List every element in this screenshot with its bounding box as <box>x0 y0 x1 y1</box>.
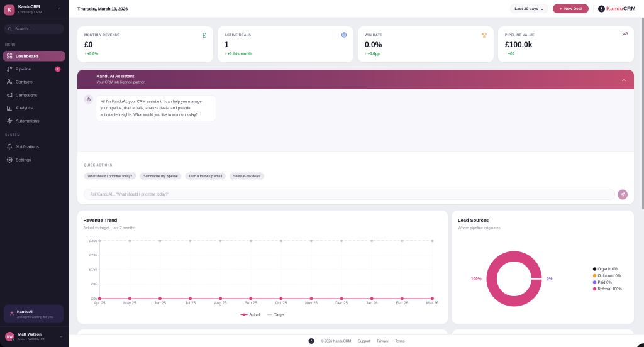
svg-text:Apr 25: Apr 25 <box>94 300 106 305</box>
svg-text:Mar 26: Mar 26 <box>426 300 439 305</box>
svg-text:Paid 0%: Paid 0% <box>598 280 613 284</box>
svg-text:Oct 25: Oct 25 <box>275 300 287 305</box>
svg-text:Jun 25: Jun 25 <box>154 300 166 305</box>
svg-text:£30k: £30k <box>89 239 97 243</box>
svg-text:Jan 26: Jan 26 <box>366 300 378 305</box>
svg-text:£8k: £8k <box>91 282 97 286</box>
svg-text:Feb 26: Feb 26 <box>396 300 409 305</box>
svg-text:£23k: £23k <box>89 253 97 257</box>
svg-text:Organic 0%: Organic 0% <box>598 267 618 271</box>
svg-text:0%: 0% <box>547 277 553 281</box>
svg-text:Sep 25: Sep 25 <box>245 300 257 305</box>
svg-text:Aug 25: Aug 25 <box>214 300 227 305</box>
svg-text:Dec 25: Dec 25 <box>335 300 348 305</box>
svg-text:Referral 100%: Referral 100% <box>598 287 623 291</box>
svg-text:May 25: May 25 <box>123 300 136 305</box>
svg-text:100%: 100% <box>471 277 482 281</box>
svg-text:Nov 25: Nov 25 <box>305 300 318 305</box>
svg-text:Jul 25: Jul 25 <box>185 300 196 305</box>
svg-text:£15k: £15k <box>89 268 97 272</box>
svg-text:Outbound 0%: Outbound 0% <box>598 274 621 278</box>
